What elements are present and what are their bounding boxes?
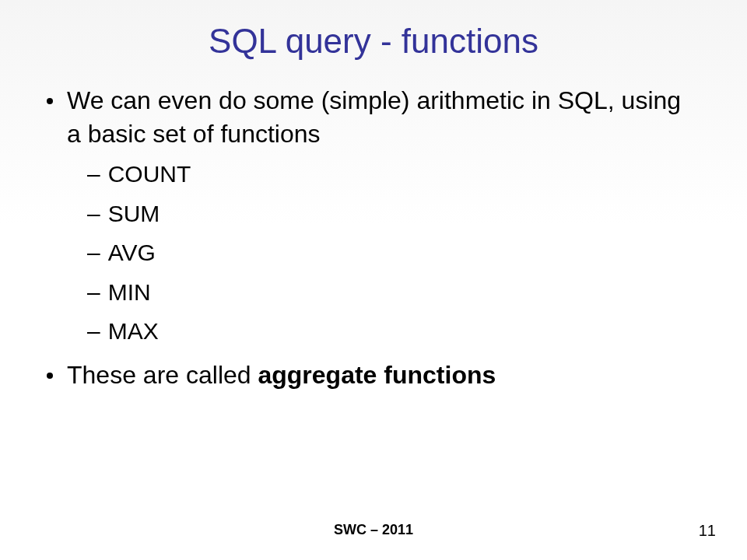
sub-item-label: MIN bbox=[108, 277, 151, 309]
bullet-text: These are called aggregate functions bbox=[67, 359, 700, 392]
page-number: 11 bbox=[699, 522, 716, 540]
sub-item-avg: – AVG bbox=[87, 237, 700, 269]
sub-item-label: MAX bbox=[108, 316, 159, 348]
dash-marker-icon: – bbox=[87, 316, 100, 348]
bullet-item-2: These are called aggregate functions bbox=[47, 359, 700, 392]
bullet-marker-icon bbox=[47, 373, 53, 379]
sub-item-sum: – SUM bbox=[87, 198, 700, 230]
bullet-text-bold: aggregate functions bbox=[258, 361, 496, 389]
sub-item-label: COUNT bbox=[108, 159, 191, 191]
bullet-item-1: We can even do some (simple) arithmetic … bbox=[47, 84, 700, 151]
bullet-text-prefix: These are called bbox=[67, 361, 258, 389]
sub-item-label: AVG bbox=[108, 237, 156, 269]
sub-item-min: – MIN bbox=[87, 277, 700, 309]
sub-list: – COUNT – SUM – AVG – MIN – MAX bbox=[47, 159, 700, 348]
dash-marker-icon: – bbox=[87, 237, 100, 269]
bullet-text: We can even do some (simple) arithmetic … bbox=[67, 84, 700, 151]
footer-text: SWC – 2011 bbox=[334, 522, 413, 538]
slide-content: We can even do some (simple) arithmetic … bbox=[0, 84, 747, 392]
dash-marker-icon: – bbox=[87, 277, 100, 309]
dash-marker-icon: – bbox=[87, 198, 100, 230]
sub-item-max: – MAX bbox=[87, 316, 700, 348]
dash-marker-icon: – bbox=[87, 159, 100, 191]
sub-item-count: – COUNT bbox=[87, 159, 700, 191]
slide-footer: SWC – 2011 bbox=[0, 522, 747, 538]
sub-item-label: SUM bbox=[108, 198, 160, 230]
slide-title: SQL query - functions bbox=[0, 0, 747, 84]
bullet-marker-icon bbox=[47, 98, 53, 104]
